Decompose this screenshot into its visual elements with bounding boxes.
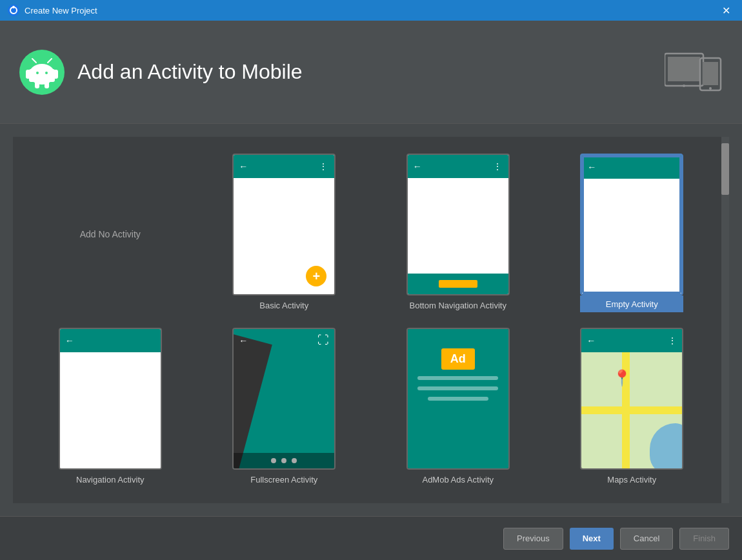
- navigation-preview: ←: [59, 328, 162, 470]
- ad-line-2: [417, 386, 498, 390]
- close-button[interactable]: ✕: [718, 3, 734, 18]
- admob-label: AdMob Ads Activity: [422, 475, 494, 485]
- empty-activity-preview: ←: [580, 154, 683, 295]
- fab-icon: +: [306, 266, 326, 286]
- svg-rect-12: [35, 81, 39, 88]
- map-horizontal-road: [581, 406, 682, 414]
- fs-arrow-icon: ←: [239, 335, 248, 346]
- cancel-button[interactable]: Cancel: [620, 528, 673, 550]
- svg-rect-20: [703, 62, 718, 85]
- maps-dots-icon: ⋮: [668, 335, 677, 346]
- ad-line-1: [417, 376, 498, 380]
- android-logo-icon: [19, 50, 65, 95]
- activity-card-bottom-nav[interactable]: ← ⋮ Bottom Navigation Activity: [377, 154, 539, 315]
- activity-card-basic[interactable]: ← ⋮ + Basic Activity: [204, 154, 365, 315]
- svg-point-7: [45, 66, 48, 70]
- ad-badge: Ad: [441, 348, 475, 370]
- menu-dots-icon-2: ⋮: [493, 161, 503, 172]
- page-title: Add an Activity to Mobile: [77, 60, 303, 84]
- ad-line-3: [428, 397, 488, 401]
- arrow-icon-2: ←: [413, 161, 422, 172]
- title-bar-left: Create New Project: [8, 5, 97, 16]
- fullscreen-label: Fullscreen Activity: [250, 475, 317, 485]
- maps-arrow-icon: ←: [587, 335, 596, 346]
- activity-card-navigation[interactable]: ← Navigation Activity: [30, 328, 191, 487]
- svg-rect-13: [45, 81, 49, 88]
- previous-button[interactable]: Previous: [503, 528, 563, 550]
- bottom-toolbar: Previous Next Cancel Finish: [0, 516, 742, 560]
- bottom-nav-label: Bottom Navigation Activity: [410, 301, 506, 310]
- activity-card-admob[interactable]: Ad AdMob Ads Activity: [377, 328, 539, 487]
- menu-dots-icon: ⋮: [319, 161, 329, 172]
- svg-point-15: [45, 72, 48, 74]
- activity-card-empty[interactable]: ← Empty Activity: [552, 154, 713, 315]
- map-water: [650, 423, 682, 468]
- header-left: Add an Activity to Mobile: [19, 50, 303, 95]
- activity-card-no-activity[interactable]: Add No Activity: [30, 154, 191, 315]
- nav-dot-1: [271, 458, 276, 463]
- svg-rect-10: [26, 70, 30, 79]
- empty-activity-label: Empty Activity: [606, 299, 658, 309]
- scrollbar-track[interactable]: [721, 137, 729, 503]
- nav-arrow-icon: ←: [65, 335, 74, 346]
- next-button[interactable]: Next: [570, 528, 614, 550]
- fullscreen-bottom: [234, 453, 334, 468]
- svg-point-6: [35, 66, 39, 70]
- svg-rect-17: [668, 57, 700, 81]
- bottom-bar: [439, 280, 477, 288]
- basic-activity-label: Basic Activity: [259, 301, 308, 310]
- android-studio-icon: [8, 5, 19, 16]
- no-activity-label: Add No Activity: [80, 229, 141, 239]
- arrow-icon-3: ←: [587, 162, 596, 172]
- activity-card-maps[interactable]: ← ⋮ 📍 Maps Activity: [552, 328, 713, 487]
- title-bar: Create New Project ✕: [0, 0, 742, 21]
- maps-preview: ← ⋮ 📍: [580, 328, 683, 470]
- svg-point-21: [709, 87, 712, 90]
- main-content: Add No Activity ← ⋮ + Basic Activity: [0, 124, 742, 516]
- fs-expand-icon: ⛶: [317, 334, 329, 347]
- arrow-icon: ←: [239, 161, 248, 172]
- nav-dot-3: [292, 458, 297, 463]
- svg-rect-5: [29, 69, 55, 82]
- scrollbar-thumb[interactable]: [721, 143, 729, 195]
- activity-card-fullscreen[interactable]: ← ⛶ Fullscreen Activity: [204, 328, 365, 487]
- basic-activity-preview: ← ⋮ +: [232, 154, 336, 295]
- svg-point-2: [12, 6, 15, 8]
- device-icons: [665, 48, 723, 96]
- nav-dot-2: [281, 458, 286, 463]
- admob-preview: Ad: [406, 328, 510, 470]
- fullscreen-header: ← ⛶: [234, 329, 334, 352]
- svg-point-18: [683, 85, 685, 87]
- empty-activity-label-bg: Empty Activity: [580, 295, 683, 312]
- bottom-nav-preview: ← ⋮: [406, 154, 510, 295]
- fullscreen-preview: ← ⛶: [232, 328, 336, 470]
- window-title: Create New Project: [25, 6, 97, 15]
- map-pin-icon: 📍: [612, 369, 632, 387]
- svg-rect-11: [54, 70, 58, 79]
- navigation-label: Navigation Activity: [76, 475, 145, 485]
- wizard-header: Add an Activity to Mobile: [0, 21, 742, 124]
- svg-point-14: [36, 72, 39, 74]
- maps-label: Maps Activity: [607, 475, 656, 485]
- finish-button[interactable]: Finish: [679, 528, 729, 550]
